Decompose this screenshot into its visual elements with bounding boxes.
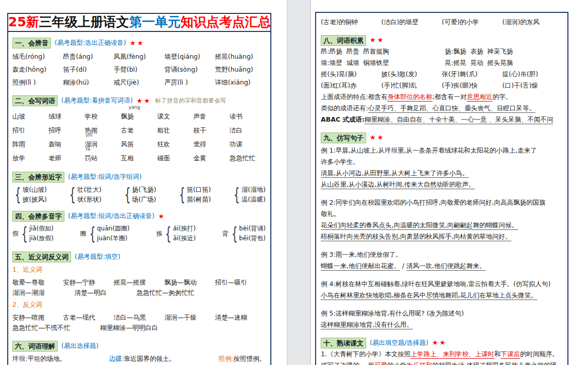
word-group: 扬:飘扬 表扬 神采飞扬 [445,46,563,57]
answer-underlined: 糊里糊涂、自由自在、十全十美、一心一意 、呆头呆脑、不闻不问 [365,115,553,123]
word-cell: 枝干 [193,123,229,137]
word-cell: 详细(xiáng) [215,76,266,89]
word-cell: 洁白 [230,123,266,137]
word-cell: fá罚站 [85,151,121,165]
word-cell: 招引 [12,123,48,137]
example-answer: 花朵们向轻柔的春风点头,向温暖的太阳微笑,向翩翩起舞的蝴蝶问候。 [321,220,563,231]
word-cell: 轰走(hōng) [12,63,63,76]
example-answer: 梧桐落叶向光秃的枝头告别,向萧瑟的秋风挥手,向枯黄的草地问好。 [321,231,563,242]
word-cell: 荒野(huāng) [215,63,266,76]
word-cell: 绒球 [48,109,84,123]
definition-term: 边疆: [109,355,124,362]
section-header-badge: 一、会辨音 [12,38,51,48]
abac-idioms-line: ABAC 式成语:糊里糊涂、自由自在、十全十美、一心一意 、呆头呆脑、不闻不问 [321,114,563,125]
difficulty-stars: ★★ [432,337,447,349]
example-answer: 清风一吹,他们便跳起舞来。 [406,262,486,270]
definition-row: 坪坝:平坦的场地。 边疆:靠近国界的领土。 照例:按照惯例。 [12,355,266,363]
title-part: 三年级上册语文 [39,14,129,29]
example-question: 例 2:同学们向在校园里欢唱的小鸟打招呼,向敬爱的老师问好,向高高飘扬的国旗 [321,197,563,208]
word-cell: 山坡 [12,109,48,123]
section-header-badge: 四、会辨多音字 [12,211,64,222]
section-8-header: 八、词语积累 ★★ [321,35,563,46]
antonym-row: 安静—喧闹 古老—现代 洁白—乌黑 湿润—干燥 清楚—迷糊 [12,311,266,324]
word-cell: 风笛 [121,137,157,151]
difficulty-stars: ★★ [130,39,145,47]
section-header-badge: 九、仿写句子 [321,132,366,143]
word-pair: 清楚—明白 [75,289,107,297]
similar-characters-row: 坡(山坡)披(披风) 壮(壮大)状(形状) 扬(飞扬)场(广场) 笛(口笛)苗(… [12,185,266,204]
difficulty-stars: ★★ [136,97,151,105]
question-type: (易出填空题/选择题) [370,337,428,349]
word-cell: 戒尺(jiè) [114,76,164,89]
polyphone-row: 假jiǎ(假如)jià(放假) 圈quān(圆圈)juàn(羊圈) 挨ái(挨打… [12,224,266,243]
word-pair: 敬爱—尊敬 [12,276,63,289]
word-cell: 笛子(dí) [63,63,113,76]
word-cell: 碰面 [157,151,193,165]
highlighted-answer: 上学路上、来到学校、上课时 [410,350,494,358]
word-cell: 课文 [157,109,193,123]
highlighted-answer: 意思相近 [466,93,492,101]
section-header-badge: 五、近义词反义词 [12,252,71,262]
word-cell: 声音 [193,109,229,123]
word-pair: 急急忙忙—匆匆忙忙 [136,289,195,297]
collocation-row: (古老)的铜钟 (洁白)的墙壁 (可爱)的小学 (湿润)的东风 [321,16,563,28]
polyphone-item: 假jiǎ(假如)jià(放假) [12,224,54,243]
answer-separator: / [402,262,404,270]
character-pair: 坡(山坡)披(披风) [12,185,47,204]
highlighted-answer: 下课后 [500,350,520,358]
brace-shape [89,225,95,242]
question-type: (易考题型:组词/选出正确读音) [68,212,154,221]
example-question: 例 1:早晨,从山坡上,从坪坝里,从一条条开着绒球花和太阳花的小路上,走来了 [321,145,563,156]
word-cell: 严厉(lì ) [164,76,215,89]
example-answer: 小鸟在树林里欢快地歌唱,柳条在风中尽情地舞蹈,花儿们在草地上点头微笑。 [321,290,563,301]
word-group: 晃:摇晃 晃动 摇头晃脑 [445,57,563,69]
section-header-badge: 三、会辨形近字 [12,172,64,182]
example-answer: 清晨,从小河边,从田野里,从大树上飞来了许多小鸟。 [321,168,563,179]
collocation-item: (可爱)的小学 [442,16,503,28]
word-cell: 照例(lì ) [12,76,63,89]
example-answer-line: 蝴蝶一来,他们便献出花蜜。 / 清风一吹,他们便跳起舞来。 [321,260,563,272]
brace-shape [179,186,185,203]
word-cell: 粗壮 [157,123,193,137]
highlighted-answer: 欢乐祥和 [406,361,432,365]
synonym-row: 敬爱—尊敬 安静—宁静 摇晃—摇摆 飘扬—飘动 招引—吸引 [12,276,266,289]
accumulation-row: 墙:墙壁 城墙 铜墙铁壁 晃:摇晃 晃动 摇头晃脑 [321,57,563,69]
question-type: (易考题型:看拼音写词语) [61,96,133,105]
idiom-row: (面)红(耳)赤 (手)忙(脚)乱 (手)疾(眼)快 (口)干(舌)燥 [321,80,563,91]
content-table-right: (古老)的铜钟 (洁白)的墙壁 (可爱)的小学 (湿润)的东风 八、词语积累 ★… [315,12,568,365]
collocation-item: (洁白)的墙壁 [382,16,442,28]
word-pair: 湿润—潮湿 [12,289,45,297]
word-pair: 急急忙忙—不慌不忙 [12,324,71,333]
collocation-item: (湿润)的东风 [503,16,563,28]
word-cell: 轰响 [48,137,84,151]
definition-text: 按照惯例。 [234,355,266,362]
word-cell: 狂欢 [157,137,193,151]
definition-text: 靠近国界的领土。 [124,355,176,362]
section-5-header: 五、近义词反义词 (易考题型:填空) [12,252,266,262]
character-pair: 湿(湿地)温(温暖) [231,185,266,204]
antonym-row: 急急忙忙—不慌不忙 糊里糊涂—明明白白 [12,324,266,333]
example-question: 例 5:这样糊里糊涂地背,有什么用呢? (改为陈述句) [321,308,563,319]
brace-shape [165,225,171,242]
lesson-summary-line: 1.《大青树下的小学》本文按照上学路上、来到学校、上课时和下课后的时间顺序, [321,349,563,360]
word-cell: 墙壁(qiáng) [164,50,215,63]
idiom-item: 提(心)吊(胆) [503,69,563,80]
section-9-header: 九、仿写句子 ★★ [321,132,563,143]
dictation-words: 山坡 绒球 学校 yáng飘扬 课文 声音 读书 招引 招呼 热闹 古老 粗壮 … [12,109,266,165]
pinyin-annotation: yáng [129,105,140,110]
example-question: 例 3:雨一来,他们便放假了。 [321,249,563,260]
character-pair: 壮(壮大)状(形状) [67,185,101,204]
document-page-right: (古老)的铜钟 (洁白)的墙壁 (可爱)的小学 (湿润)的东风 八、词语积累 ★… [311,0,588,365]
idiom-item: (手)疾(眼)快 [442,80,503,91]
word-group: 墙:墙壁 城墙 铜墙铁壁 [321,57,445,69]
character-pair: 扬(飞扬)场(广场) [122,185,157,204]
difficulty-stars: ★★ [370,35,385,46]
polyphone-item: 挨ái(挨打)āi(挨近) [156,224,196,243]
word-cell: 昂贵(áng) [63,50,113,63]
word-pair: 安静—宁静 [63,276,113,289]
example-answer: 蝴蝶一来,他们便献出花蜜。 [321,262,400,270]
brace-shape [124,186,130,203]
character-pair: 笛(口笛)苗(树苗) [177,185,211,204]
brace-shape [232,225,238,242]
similar-idioms-line: 类似的成语还有:心灵手巧、手舞足蹈、心直口快、垂头丧气、目瞪口呆等。 [321,103,563,114]
